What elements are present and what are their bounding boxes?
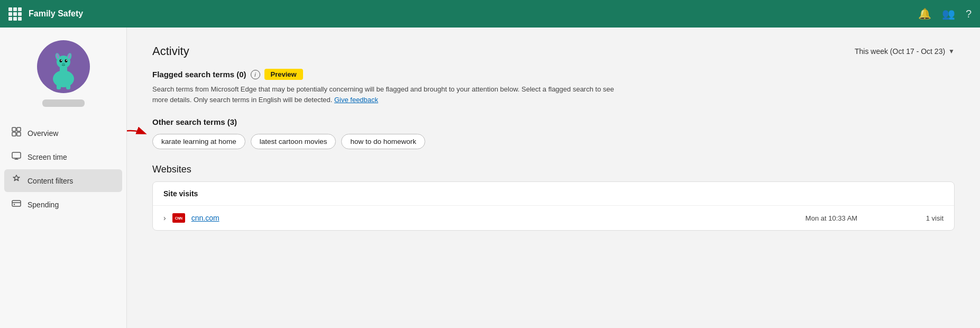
chevron-down-icon: ▼ [948, 48, 955, 55]
flagged-desc-text: Search terms from Microsoft Edge that ma… [152, 85, 614, 104]
svg-point-12 [62, 63, 65, 65]
main-content: Activity This week (Oct 17 - Oct 23) ▼ F… [127, 28, 980, 328]
search-chip-1[interactable]: latest cartoon movies [251, 134, 336, 149]
spending-icon [12, 198, 21, 211]
content-filters-icon [12, 175, 21, 187]
sidebar-item-spending-label: Spending [28, 201, 59, 209]
preview-badge[interactable]: Preview [264, 69, 303, 80]
info-icon[interactable]: i [251, 70, 260, 79]
app-title: Family Safety [29, 9, 918, 19]
date-range[interactable]: This week (Oct 17 - Oct 23) ▼ [855, 47, 955, 56]
help-icon[interactable]: ? [966, 8, 972, 20]
search-chip-2[interactable]: how to do homework [341, 134, 425, 149]
flagged-section: Flagged search terms (0) i Preview Searc… [152, 69, 955, 105]
sidebar-item-overview-label: Overview [28, 129, 58, 138]
topbar: Family Safety 🔔 👥 ? [0, 0, 980, 28]
date-range-text: This week (Oct 17 - Oct 23) [855, 47, 945, 56]
site-visits-header: Site visits [153, 182, 954, 206]
avatar [37, 40, 90, 93]
other-search-terms-section: Other search terms (3) karate learning a… [152, 117, 955, 149]
websites-section: Websites Site visits › [152, 164, 955, 231]
sidebar-item-spending[interactable]: Spending [4, 193, 122, 216]
other-search-terms-header: Other search terms (3) [152, 117, 955, 126]
site-visits-card: Site visits › [152, 181, 955, 231]
svg-rect-13 [57, 84, 61, 89]
cnn-favicon: CNN [172, 213, 185, 223]
svg-point-9 [65, 59, 67, 62]
sidebar-nav: Overview Screen time [0, 122, 126, 217]
people-icon[interactable]: 👥 [942, 7, 955, 20]
sidebar-item-content-filters-label: Content filters [28, 177, 73, 185]
svg-point-10 [61, 60, 62, 61]
svg-point-8 [59, 59, 62, 62]
activity-header: Activity This week (Oct 17 - Oct 23) ▼ [152, 44, 955, 58]
table-row: › CNN cnn.com Mon at 10:33 AM 1 visit [153, 206, 954, 230]
svg-rect-15 [12, 127, 16, 131]
flagged-title: Flagged search terms (0) [152, 70, 246, 79]
search-terms-chips: karate learning at home latest cartoon m… [152, 134, 955, 149]
websites-title: Websites [152, 164, 955, 175]
site-visit-count: 1 visit [891, 214, 944, 222]
expand-chevron-icon[interactable]: › [163, 214, 166, 222]
red-arrow-1 [127, 125, 147, 141]
sidebar-item-overview[interactable]: Overview [4, 122, 122, 144]
svg-rect-14 [66, 84, 70, 89]
svg-rect-18 [17, 132, 21, 136]
flagged-description: Search terms from Microsoft Edge that ma… [152, 84, 628, 105]
screen-time-icon [12, 151, 21, 163]
site-row-wrapper: › CNN cnn.com Mon at 10:33 AM 1 visit [153, 206, 954, 230]
grid-icon[interactable] [8, 7, 21, 20]
search-chip-0[interactable]: karate learning at home [152, 134, 245, 149]
svg-rect-19 [12, 152, 21, 158]
bell-icon[interactable]: 🔔 [918, 7, 931, 20]
username-placeholder [42, 99, 85, 107]
site-visit-time: Mon at 10:33 AM [778, 214, 884, 222]
svg-rect-16 [17, 127, 21, 131]
svg-point-21 [14, 204, 15, 205]
give-feedback-link[interactable]: Give feedback [334, 96, 378, 104]
sidebar-item-screen-time[interactable]: Screen time [4, 145, 122, 168]
sidebar: Overview Screen time [0, 28, 127, 328]
svg-rect-17 [12, 132, 16, 136]
overview-icon [12, 127, 21, 139]
flagged-title-row: Flagged search terms (0) i Preview [152, 69, 955, 80]
site-domain[interactable]: cnn.com [191, 214, 772, 222]
svg-rect-20 [12, 201, 21, 206]
topbar-icons: 🔔 👥 ? [918, 7, 972, 20]
activity-title: Activity [152, 44, 189, 58]
sidebar-item-content-filters[interactable]: Content filters [4, 169, 122, 192]
svg-point-11 [66, 60, 67, 61]
sidebar-item-screen-time-label: Screen time [28, 153, 67, 161]
